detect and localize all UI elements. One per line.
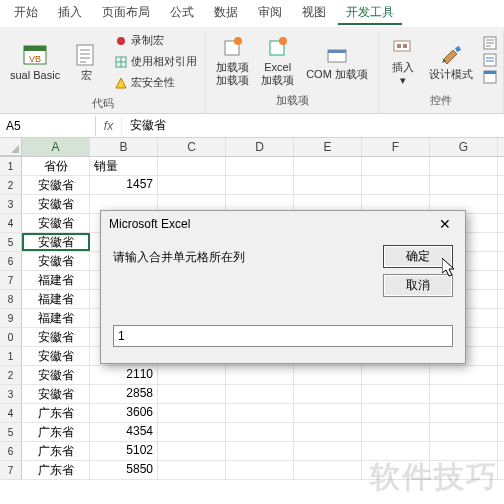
relative-ref-button[interactable]: 使用相对引用: [112, 52, 199, 71]
cell[interactable]: 广东省: [22, 423, 90, 441]
row-header[interactable]: 5: [0, 233, 22, 251]
run-dialog-icon[interactable]: [483, 70, 497, 84]
cell[interactable]: 1457: [90, 176, 158, 194]
row-header[interactable]: 6: [0, 442, 22, 460]
ribbon-tab[interactable]: 页面布局: [94, 2, 158, 25]
row-header[interactable]: 8: [0, 290, 22, 308]
row-header[interactable]: 9: [0, 309, 22, 327]
cell[interactable]: [430, 366, 498, 384]
row-header[interactable]: 4: [0, 404, 22, 422]
row-header[interactable]: 3: [0, 385, 22, 403]
dialog-input[interactable]: [113, 325, 453, 347]
cell[interactable]: 5850: [90, 461, 158, 479]
ribbon-tab[interactable]: 开始: [6, 2, 46, 25]
cell[interactable]: [158, 366, 226, 384]
column-header[interactable]: B: [90, 138, 158, 156]
cell[interactable]: [158, 404, 226, 422]
excel-addins-button[interactable]: Excel加载项: [257, 31, 298, 89]
cell[interactable]: [226, 423, 294, 441]
cell[interactable]: [430, 442, 498, 460]
cell[interactable]: [430, 385, 498, 403]
cell[interactable]: 广东省: [22, 442, 90, 460]
cell[interactable]: 安徽省: [22, 347, 90, 365]
cell[interactable]: [362, 461, 430, 479]
cell[interactable]: 安徽省: [22, 366, 90, 384]
column-header[interactable]: D: [226, 138, 294, 156]
ribbon-tab[interactable]: 插入: [50, 2, 90, 25]
row-header[interactable]: 1: [0, 347, 22, 365]
cell[interactable]: [226, 442, 294, 460]
cell[interactable]: [362, 423, 430, 441]
name-box[interactable]: A5: [0, 116, 96, 136]
cell[interactable]: 3606: [90, 404, 158, 422]
row-header[interactable]: 2: [0, 176, 22, 194]
addins-button[interactable]: 加载项加载项: [212, 31, 253, 89]
cell[interactable]: [294, 442, 362, 460]
cell[interactable]: [362, 404, 430, 422]
cell[interactable]: [362, 157, 430, 175]
cell[interactable]: 安徽省: [22, 195, 90, 213]
cell[interactable]: [362, 366, 430, 384]
ribbon-tab[interactable]: 公式: [162, 2, 202, 25]
cell[interactable]: [430, 461, 498, 479]
close-icon[interactable]: ✕: [433, 216, 457, 232]
ribbon-tab[interactable]: 审阅: [250, 2, 290, 25]
visual-basic-button[interactable]: VB sual Basic: [6, 39, 64, 84]
row-header[interactable]: 2: [0, 366, 22, 384]
cell[interactable]: [294, 385, 362, 403]
cell[interactable]: 安徽省: [22, 214, 90, 232]
macro-button[interactable]: 宏: [68, 39, 104, 84]
macro-security-button[interactable]: 宏安全性: [112, 73, 199, 92]
cell[interactable]: [158, 176, 226, 194]
row-header[interactable]: 6: [0, 252, 22, 270]
fx-button[interactable]: fx: [96, 116, 122, 136]
cell[interactable]: [158, 461, 226, 479]
ribbon-tab[interactable]: 视图: [294, 2, 334, 25]
formula-value[interactable]: 安徽省: [122, 114, 174, 137]
properties-icon[interactable]: [483, 36, 497, 50]
cell[interactable]: [294, 157, 362, 175]
design-mode-button[interactable]: 设计模式: [425, 38, 477, 83]
cell[interactable]: [158, 157, 226, 175]
cell[interactable]: [226, 366, 294, 384]
select-all-triangle[interactable]: [0, 138, 22, 156]
cell[interactable]: [158, 423, 226, 441]
cell[interactable]: [226, 385, 294, 403]
view-code-icon[interactable]: [483, 53, 497, 67]
cell[interactable]: [430, 404, 498, 422]
cell[interactable]: [226, 461, 294, 479]
column-header[interactable]: G: [430, 138, 498, 156]
cell[interactable]: 福建省: [22, 271, 90, 289]
row-header[interactable]: 7: [0, 461, 22, 479]
cell[interactable]: [226, 157, 294, 175]
cell[interactable]: 安徽省: [22, 176, 90, 194]
cancel-button[interactable]: 取消: [383, 274, 453, 297]
cell[interactable]: 2858: [90, 385, 158, 403]
cell[interactable]: 4354: [90, 423, 158, 441]
cell[interactable]: 广东省: [22, 461, 90, 479]
cell[interactable]: [158, 442, 226, 460]
column-header[interactable]: A: [22, 138, 90, 156]
cell[interactable]: 安徽省: [22, 385, 90, 403]
cell[interactable]: [158, 385, 226, 403]
row-header[interactable]: 1: [0, 157, 22, 175]
row-header[interactable]: 5: [0, 423, 22, 441]
cell[interactable]: [294, 404, 362, 422]
cell[interactable]: [430, 176, 498, 194]
cell[interactable]: 2110: [90, 366, 158, 384]
cell[interactable]: 5102: [90, 442, 158, 460]
ok-button[interactable]: 确定: [383, 245, 453, 268]
cell[interactable]: [294, 423, 362, 441]
cell[interactable]: [362, 176, 430, 194]
row-header[interactable]: 3: [0, 195, 22, 213]
ribbon-tab[interactable]: 开发工具: [338, 2, 402, 25]
cell[interactable]: 福建省: [22, 309, 90, 327]
cell[interactable]: 广东省: [22, 404, 90, 422]
cell[interactable]: 销量: [90, 157, 158, 175]
cell[interactable]: [362, 385, 430, 403]
cell[interactable]: [294, 176, 362, 194]
cell[interactable]: 安徽省: [22, 252, 90, 270]
row-header[interactable]: 7: [0, 271, 22, 289]
column-header[interactable]: C: [158, 138, 226, 156]
cell[interactable]: 省份: [22, 157, 90, 175]
